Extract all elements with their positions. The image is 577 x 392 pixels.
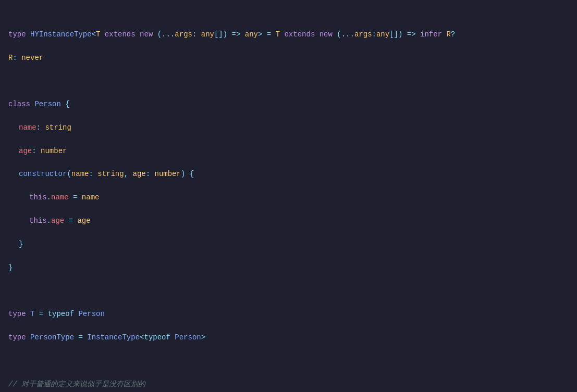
code-line-this-age: this.age = age [8,215,569,226]
code-line-this-name: this.name = name [8,192,569,203]
code-line-blank-2 [8,285,569,296]
code-editor: type HYInstanceType<T extends new (...ar… [0,0,577,392]
code-line-age: age: number [8,145,569,157]
code-line-close-class: } [8,262,569,273]
code-line-blank-1 [8,75,569,86]
code-line-1: type HYInstanceType<T extends new (...ar… [8,29,569,40]
code-line-2: R: never [8,52,569,64]
code-line-type-t: type T = typeof Person [8,308,569,320]
code-line-blank-3 [8,355,569,366]
code-line-class: class Person { [8,98,569,110]
code-line-constructor: constructor(name: string, age: number) { [8,168,569,180]
code-line-comment-1: // 对于普通的定义来说似乎是没有区别的 [8,378,569,390]
code-line-name: name: string [8,122,569,133]
code-line-close-constructor: } [8,238,569,250]
code-line-persontype: type PersonType = InstanceType<typeof Pe… [8,332,569,343]
